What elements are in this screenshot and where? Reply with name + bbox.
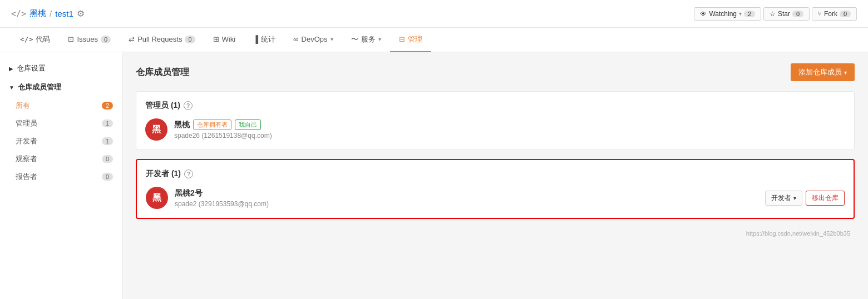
sidebar: ▶ 仓库设置 ▼ 仓库成员管理 所有 2 管理员 1 开发者 1 观察者 0 报… (0, 52, 122, 299)
sidebar-item-all-label: 所有 (16, 101, 30, 111)
developer-member-email: spade2 (3291953593@qq.com) (175, 200, 758, 208)
top-actions: 👁 Watching ▾ 2 ☆ Star 0 ⑂ Fork 0 (694, 7, 857, 21)
admin-member-row: 黑 黑桃 仓库拥有者 我自己 spade26 (1261519138@qq.co… (145, 118, 845, 141)
fork-label: Fork (824, 10, 837, 18)
separator: / (50, 9, 52, 18)
code-tab-icon: </> (20, 35, 33, 43)
tab-services[interactable]: 〜 服务 ▾ (342, 28, 390, 52)
add-member-label: 添加仓库成员 (798, 67, 842, 77)
fork-icon: ⑂ (818, 10, 822, 18)
role-dropdown-arrow: ▾ (793, 195, 796, 201)
devops-dropdown-arrow: ▾ (331, 36, 333, 42)
footer-hint-text: https://blog.csdn.net/weixin_452b0b35 (746, 230, 850, 237)
developer-help-icon[interactable]: ? (184, 170, 193, 178)
wiki-tab-icon: ⊞ (213, 35, 219, 43)
pr-badge: 0 (185, 36, 195, 43)
tab-issues[interactable]: ⊡ Issues 0 (59, 28, 120, 52)
developer-name-row: 黑桃2号 (175, 188, 758, 198)
tab-manage-label: 管理 (408, 34, 422, 44)
owner-tag: 仓库拥有者 (193, 119, 231, 130)
remove-label: 移出仓库 (812, 194, 839, 202)
developer-heading-label: 开发者 (1) (146, 169, 181, 179)
tab-pullrequests[interactable]: ⇄ Pull Requests 0 (120, 28, 204, 52)
services-tab-icon: 〜 (351, 34, 358, 44)
sidebar-item-admin-label: 管理员 (16, 118, 37, 128)
sidebar-item-admin[interactable]: 管理员 1 (0, 114, 122, 132)
fork-button[interactable]: ⑂ Fork 0 (812, 7, 857, 21)
eye-icon: 👁 (700, 10, 707, 18)
watching-label: Watching (709, 10, 737, 18)
admin-member-email: spade26 (1261519138@qq.com) (174, 132, 845, 139)
top-bar: </> 黑桃 / test1 ⚙ 👁 Watching ▾ 2 ☆ Star 0… (0, 0, 868, 28)
developer-member-actions: 开发者 ▾ 移出仓库 (765, 191, 845, 206)
devops-tab-icon: ∞ (293, 35, 298, 43)
remove-member-button[interactable]: 移出仓库 (806, 191, 845, 206)
sidebar-item-reporter-label: 报告者 (16, 172, 37, 182)
star-icon: ☆ (770, 10, 776, 18)
settings-icon[interactable]: ⚙ (77, 8, 85, 19)
sidebar-item-observer[interactable]: 观察者 0 (0, 150, 122, 168)
issues-badge: 0 (101, 36, 111, 43)
main-layout: ▶ 仓库设置 ▼ 仓库成员管理 所有 2 管理员 1 开发者 1 观察者 0 报… (0, 52, 868, 299)
fork-count: 0 (840, 11, 851, 17)
tab-stats-label: 统计 (261, 34, 275, 44)
sidebar-item-all-badge: 2 (102, 102, 113, 109)
sidebar-item-reporter[interactable]: 报告者 0 (0, 168, 122, 186)
sidebar-section-repo-settings-label: 仓库设置 (17, 63, 46, 73)
dropdown-arrow-watching: ▾ (739, 11, 742, 17)
tab-stats[interactable]: ▐ 统计 (244, 28, 284, 52)
sidebar-item-developer[interactable]: 开发者 1 (0, 132, 122, 150)
tab-code[interactable]: </> 代码 (11, 28, 59, 52)
role-dropdown-button[interactable]: 开发者 ▾ (765, 191, 802, 206)
admin-section-heading: 管理员 (1) ? (145, 101, 845, 111)
tab-devops-label: DevOps (302, 35, 328, 43)
developer-section-heading: 开发者 (1) ? (146, 169, 845, 179)
sidebar-section-member-label: 仓库成员管理 (18, 82, 61, 92)
repo-title: </> 黑桃 / test1 ⚙ (11, 8, 85, 19)
developer-member-info: 黑桃2号 spade2 (3291953593@qq.com) (175, 188, 758, 208)
org-name[interactable]: 黑桃 (29, 8, 46, 19)
developer-avatar: 黑 (146, 187, 168, 209)
sidebar-item-developer-badge: 1 (102, 137, 113, 145)
sidebar-item-developer-label: 开发者 (16, 136, 37, 146)
tab-wiki-label: Wiki (222, 35, 236, 43)
pr-tab-icon: ⇄ (129, 35, 135, 43)
tab-pr-label: Pull Requests (137, 35, 182, 43)
content-area: 仓库成员管理 添加仓库成员 ▾ 管理员 (1) ? 黑 黑桃 仓库拥有者 我自己 (122, 52, 868, 299)
add-member-button[interactable]: 添加仓库成员 ▾ (791, 63, 855, 81)
tab-devops[interactable]: ∞ DevOps ▾ (284, 28, 342, 52)
admin-name-row: 黑桃 仓库拥有者 我自己 (174, 119, 845, 130)
developer-member-name: 黑桃2号 (175, 188, 203, 198)
sidebar-section-repo-settings[interactable]: ▶ 仓库设置 (0, 59, 122, 78)
tab-issues-label: Issues (77, 35, 98, 43)
content-header: 仓库成员管理 添加仓库成员 ▾ (136, 63, 855, 81)
tab-code-label: 代码 (36, 34, 50, 44)
sidebar-item-observer-badge: 0 (102, 155, 113, 163)
star-count: 0 (792, 11, 803, 17)
issues-tab-icon: ⊡ (68, 35, 74, 43)
nav-tabs: </> 代码 ⊡ Issues 0 ⇄ Pull Requests 0 ⊞ Wi… (0, 28, 868, 52)
repo-name[interactable]: test1 (55, 9, 73, 18)
admin-member-info: 黑桃 仓库拥有者 我自己 spade26 (1261519138@qq.com) (174, 119, 845, 139)
sidebar-section-member-manage[interactable]: ▼ 仓库成员管理 (0, 78, 122, 97)
sidebar-item-all[interactable]: 所有 2 (0, 97, 122, 114)
star-button[interactable]: ☆ Star 0 (763, 7, 810, 21)
tab-manage[interactable]: ⊟ 管理 (390, 28, 431, 52)
role-label: 开发者 (771, 193, 791, 203)
sidebar-item-observer-label: 观察者 (16, 154, 37, 164)
developer-section: 开发者 (1) ? 黑 黑桃2号 spade2 (3291953593@qq.c… (136, 159, 855, 219)
developer-member-row: 黑 黑桃2号 spade2 (3291953593@qq.com) 开发者 ▾ … (146, 187, 845, 209)
page-title: 仓库成员管理 (136, 67, 189, 78)
admin-avatar: 黑 (145, 118, 167, 141)
code-icon: </> (11, 9, 26, 19)
admin-section: 管理员 (1) ? 黑 黑桃 仓库拥有者 我自己 spade26 (126151… (136, 91, 855, 150)
arrow-right-icon: ▶ (9, 66, 13, 72)
tab-services-label: 服务 (361, 34, 376, 44)
admin-member-name: 黑桃 (174, 120, 190, 130)
tab-wiki[interactable]: ⊞ Wiki (204, 28, 245, 52)
sidebar-item-reporter-badge: 0 (102, 173, 113, 181)
footer-hint: https://blog.csdn.net/weixin_452b0b35 (136, 228, 855, 239)
admin-help-icon[interactable]: ? (184, 101, 193, 110)
watching-button[interactable]: 👁 Watching ▾ 2 (694, 7, 761, 21)
stats-tab-icon: ▐ (253, 35, 258, 43)
